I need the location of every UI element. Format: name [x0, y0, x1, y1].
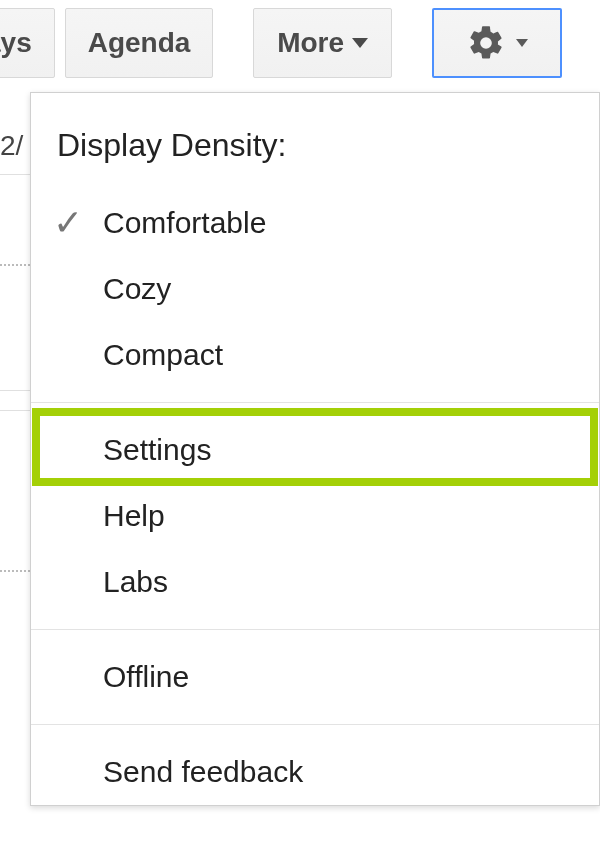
menu-item-offline[interactable]: Offline	[31, 644, 599, 710]
density-option-compact[interactable]: Compact	[31, 322, 599, 388]
more-button[interactable]: More	[253, 8, 391, 78]
labs-label: Labs	[103, 565, 168, 599]
gear-icon	[466, 23, 506, 63]
menu-separator	[31, 629, 599, 630]
menu-separator	[31, 402, 599, 403]
date-cell-fragment: 2/	[0, 130, 23, 162]
menu-item-labs[interactable]: Labs	[31, 549, 599, 615]
view-agenda-button[interactable]: Agenda	[65, 8, 214, 78]
grid-dotted-line	[0, 264, 30, 266]
density-compact-label: Compact	[103, 338, 223, 372]
view-days-button[interactable]: ays	[0, 8, 55, 78]
menu-item-help[interactable]: Help	[31, 483, 599, 549]
settings-dropdown-menu: Display Density: ✓ Comfortable Cozy Comp…	[30, 92, 600, 806]
send-feedback-label: Send feedback	[103, 755, 303, 789]
grid-dotted-line	[0, 570, 30, 572]
settings-gear-button[interactable]	[432, 8, 562, 78]
view-days-label: ays	[0, 27, 32, 59]
settings-label: Settings	[103, 433, 211, 467]
toolbar: ays Agenda More	[0, 0, 562, 86]
more-label: More	[277, 27, 344, 59]
density-cozy-label: Cozy	[103, 272, 171, 306]
menu-item-settings[interactable]: Settings	[31, 417, 599, 483]
menu-separator	[31, 724, 599, 725]
menu-item-send-feedback[interactable]: Send feedback	[31, 739, 599, 805]
density-comfortable-label: Comfortable	[103, 206, 266, 240]
caret-down-icon	[352, 38, 368, 48]
check-icon: ✓	[53, 202, 83, 244]
density-section-header: Display Density:	[31, 93, 599, 190]
offline-label: Offline	[103, 660, 189, 694]
help-label: Help	[103, 499, 165, 533]
density-option-comfortable[interactable]: ✓ Comfortable	[31, 190, 599, 256]
view-agenda-label: Agenda	[88, 27, 191, 59]
caret-down-icon	[516, 39, 528, 47]
density-option-cozy[interactable]: Cozy	[31, 256, 599, 322]
